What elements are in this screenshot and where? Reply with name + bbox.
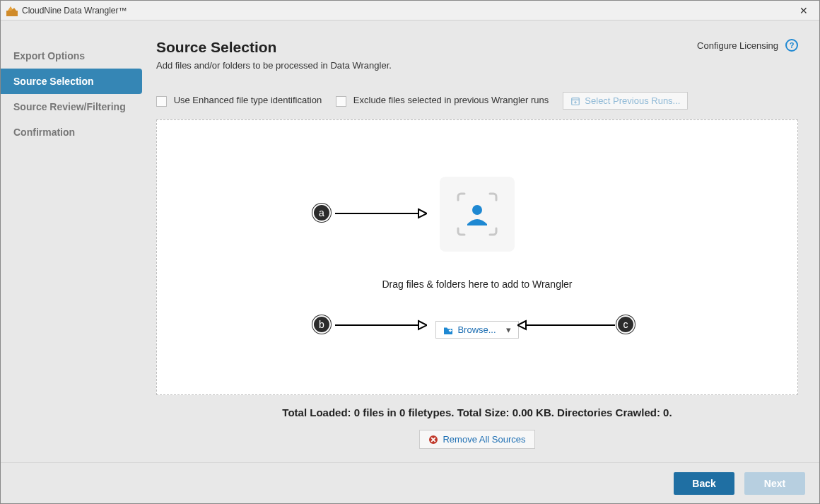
title-bar: CloudNine Data Wrangler™ ✕	[1, 1, 819, 20]
button-label: Browse...	[457, 324, 496, 335]
sidebar-item-confirmation[interactable]: Confirmation	[1, 119, 142, 145]
enhanced-id-checkbox-label[interactable]: Use Enhanced file type identification	[156, 95, 322, 106]
back-button[interactable]: Back	[674, 472, 734, 495]
svg-point-7	[472, 205, 482, 215]
sidebar-item-export-options[interactable]: Export Options	[1, 43, 142, 69]
drop-hint-text: Drag files & folders here to add to Wran…	[382, 279, 573, 290]
sidebar: Export Options Source Selection Source R…	[1, 20, 142, 462]
main-panel: Source Selection Add files and/or folder…	[142, 20, 819, 462]
custodian-scan-icon	[452, 189, 503, 240]
annotation-arrow-a	[335, 206, 427, 221]
options-row: Use Enhanced file type identification Ex…	[156, 92, 798, 110]
app-icon	[6, 5, 18, 16]
status-summary: Total Loaded: 0 files in 0 filetypes. To…	[156, 406, 798, 418]
svg-marker-13	[418, 321, 427, 329]
next-button[interactable]: Next	[744, 472, 805, 495]
button-label: Remove All Sources	[443, 434, 525, 445]
calendar-icon	[570, 96, 580, 106]
enhanced-id-checkbox[interactable]	[156, 96, 167, 107]
folder-add-icon	[443, 326, 453, 334]
chevron-down-icon: ▾	[506, 324, 511, 335]
annotation-arrow-b	[335, 318, 427, 332]
remove-all-sources-button[interactable]: Remove All Sources	[419, 430, 534, 449]
annotation-c: c	[616, 315, 635, 334]
svg-rect-9	[450, 329, 451, 332]
sidebar-item-label: Source Review/Filtering	[13, 101, 126, 112]
page-title: Source Selection	[156, 39, 392, 56]
sidebar-item-label: Export Options	[13, 50, 85, 61]
drop-zone[interactable]: Drag files & folders here to add to Wran…	[156, 119, 798, 395]
exclude-prev-checkbox[interactable]	[336, 96, 346, 107]
svg-marker-15	[517, 321, 526, 329]
annotation-arrow-c	[517, 318, 615, 332]
close-button[interactable]: ✕	[794, 4, 814, 18]
configure-licensing-link[interactable]: Configure Licensing	[697, 40, 778, 51]
checkbox-text: Use Enhanced file type identification	[174, 95, 322, 105]
checkbox-text: Exclude files selected in previous Wrang…	[353, 95, 549, 105]
drop-target-icon-box	[440, 177, 515, 252]
help-icon[interactable]: ?	[785, 39, 798, 52]
sidebar-item-source-selection[interactable]: Source Selection	[1, 69, 142, 94]
svg-rect-0	[6, 11, 18, 16]
exclude-prev-checkbox-label[interactable]: Exclude files selected in previous Wrang…	[336, 95, 549, 106]
sidebar-item-label: Source Selection	[13, 76, 94, 87]
remove-icon	[428, 435, 438, 445]
annotation-b: b	[312, 315, 331, 334]
annotation-a: a	[312, 204, 331, 222]
page-subtitle: Add files and/or folders to be processed…	[156, 60, 392, 71]
browse-button[interactable]: Browse... ▾	[435, 321, 518, 339]
sidebar-item-label: Confirmation	[13, 127, 75, 138]
select-previous-runs-button[interactable]: Select Previous Runs...	[563, 92, 688, 110]
button-label: Select Previous Runs...	[585, 95, 680, 106]
footer: Back Next	[1, 462, 819, 503]
window-title: CloudNine Data Wrangler™	[22, 6, 127, 16]
svg-marker-11	[418, 209, 427, 218]
sidebar-item-source-review[interactable]: Source Review/Filtering	[1, 94, 142, 119]
